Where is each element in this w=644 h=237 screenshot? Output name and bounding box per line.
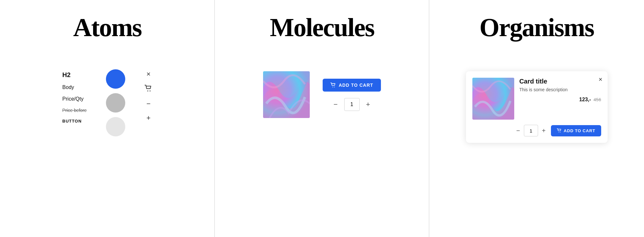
qty-input-molecules[interactable] (344, 98, 360, 111)
card-price-old: 456 (593, 97, 601, 102)
molecules-title: Molecules (270, 13, 374, 42)
atom-button-label: BUTTON (62, 119, 87, 123)
svg-point-7 (560, 132, 561, 133)
product-image-molecules (263, 71, 310, 118)
atoms-labels: H2 Body Price/Qty Price before BUTTON (62, 71, 87, 123)
atom-priceqty-label: Price/Qty (62, 96, 87, 102)
organisms-section: Organisms × (429, 0, 644, 237)
molecules-section: Molecules (215, 0, 430, 237)
card-price-row: 123,- 456 (519, 97, 601, 103)
quantity-control-card: − + (516, 125, 545, 136)
circle-gray-light (106, 117, 125, 136)
card-image (472, 78, 514, 120)
card-description: This is some description (519, 87, 601, 92)
atoms-circles (106, 69, 125, 136)
card-price-current: 123,- (579, 97, 591, 103)
card-info: Card title This is some description 123,… (519, 78, 601, 103)
quantity-control-molecules: − + (332, 98, 372, 111)
organisms-title: Organisms (479, 13, 594, 42)
qty-minus-button-molecules[interactable]: − (332, 100, 339, 109)
circle-gray-dark (106, 93, 125, 113)
product-card: × (466, 71, 608, 143)
card-qty-plus-button[interactable]: + (542, 127, 546, 134)
atom-pricebefore-label: Price before (62, 108, 87, 113)
card-qty-minus-button[interactable]: − (516, 127, 520, 134)
close-icon[interactable]: × (147, 71, 151, 78)
card-qty-input[interactable] (524, 125, 538, 136)
minus-icon[interactable]: − (147, 100, 151, 107)
svg-point-6 (558, 132, 559, 133)
atoms-title: Atoms (73, 13, 141, 42)
card-title: Card title (519, 78, 601, 85)
atoms-icons: × − + (145, 71, 152, 122)
card-close-button[interactable]: × (599, 76, 602, 83)
plus-icon[interactable]: + (147, 114, 151, 122)
svg-point-3 (332, 86, 333, 87)
molecules-controls: ADD TO CART − + (323, 79, 381, 111)
qty-plus-button-molecules[interactable]: + (365, 100, 372, 109)
atom-body-label: Body (62, 84, 87, 90)
cart-icon[interactable] (145, 85, 152, 93)
molecules-content: ADD TO CART − + (263, 71, 381, 118)
circle-blue (106, 69, 125, 89)
svg-point-1 (150, 91, 151, 92)
atoms-section: Atoms H2 Body Price/Qty Price before BUT… (0, 0, 215, 237)
card-top: Card title This is some description 123,… (472, 78, 601, 120)
atoms-content: H2 Body Price/Qty Price before BUTTON × … (62, 68, 152, 136)
svg-point-4 (334, 86, 335, 87)
atom-h2-label: H2 (62, 71, 87, 79)
card-bottom: − + ADD TO CART (472, 125, 601, 136)
organisms-content: × (429, 71, 644, 143)
svg-point-0 (147, 91, 148, 92)
add-to-cart-button-molecules[interactable]: ADD TO CART (323, 79, 381, 92)
add-to-cart-button-card[interactable]: ADD TO CART (551, 125, 601, 136)
